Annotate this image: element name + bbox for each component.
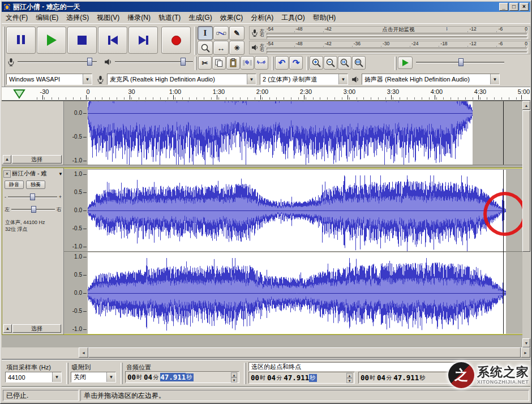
time-minutes[interactable]: 04 bbox=[144, 373, 152, 381]
selection-start-display[interactable]: 00时 04分 47.911秒 ▲▼ bbox=[248, 372, 355, 384]
spin-down-icon[interactable]: ▼ bbox=[231, 377, 237, 382]
tools-toolbar-grip[interactable] bbox=[194, 27, 196, 55]
track2-left-channel-waveform[interactable] bbox=[87, 170, 526, 251]
track2-select-button[interactable]: 选择 bbox=[12, 324, 61, 333]
draw-tool-button[interactable]: ✎ bbox=[229, 26, 244, 40]
silence-audio-button[interactable] bbox=[255, 56, 268, 70]
playback-volume-thumb[interactable] bbox=[181, 58, 186, 66]
playback-speed-thumb[interactable] bbox=[458, 58, 464, 66]
time-spinner[interactable]: ▲▼ bbox=[346, 373, 353, 383]
time-hours[interactable]: 00 bbox=[251, 373, 259, 382]
menu-item[interactable]: 选择(S) bbox=[62, 12, 93, 24]
spin-up-icon[interactable]: ▲ bbox=[231, 372, 237, 377]
time-seconds[interactable]: 47.911 bbox=[160, 373, 186, 381]
playback-speed-slider[interactable] bbox=[416, 57, 504, 68]
monitoring-hint[interactable]: 点击开始监视 bbox=[350, 27, 447, 32]
track1-select-button[interactable]: 选择 bbox=[12, 155, 62, 164]
track2-lower-vertical-ruler[interactable]: 1.00.50.0-0.5-1.0 bbox=[64, 252, 87, 334]
track2-mute-button[interactable]: 静音 bbox=[5, 180, 24, 189]
menu-item[interactable]: 编辑(E) bbox=[32, 12, 62, 24]
project-rate-select[interactable]: 44100 ▼ bbox=[5, 372, 62, 382]
track2-right-channel-waveform[interactable] bbox=[87, 252, 526, 334]
edit-toolbar-grip[interactable] bbox=[195, 57, 197, 70]
selection-range-dropdown[interactable]: 选区的起点和终点 ▼ bbox=[248, 362, 467, 371]
time-minutes[interactable]: 04 bbox=[377, 373, 385, 382]
menu-item[interactable]: 帮助(H) bbox=[309, 12, 340, 24]
track2-menu-arrow-icon[interactable]: ▼ bbox=[58, 171, 63, 177]
menu-item[interactable]: 播录(N) bbox=[123, 12, 155, 24]
close-button[interactable]: × bbox=[520, 3, 529, 11]
zoom-fit-button[interactable] bbox=[352, 56, 366, 70]
scroll-right-button[interactable]: ► bbox=[521, 347, 530, 358]
track1-vertical-ruler[interactable]: 0.0-0.5-1.0 bbox=[64, 101, 87, 165]
time-spinner[interactable]: ▲▼ bbox=[231, 372, 237, 382]
vertical-scrollbar[interactable]: ▲ ▼ bbox=[522, 101, 530, 347]
recording-meter[interactable]: 左右 -54-48-42-36-30-24-18-12-60 点击开始监视 bbox=[249, 26, 530, 40]
time-seconds[interactable]: 47.911 bbox=[393, 373, 419, 382]
audio-position-display[interactable]: 00时 04分 47.911秒 ▲▼ bbox=[125, 371, 239, 383]
menu-item[interactable]: 轨道(T) bbox=[155, 12, 185, 24]
scroll-left-button[interactable]: ◄ bbox=[79, 347, 88, 358]
stop-button[interactable] bbox=[67, 27, 97, 54]
dropdown-arrow-icon[interactable]: ▼ bbox=[106, 372, 115, 382]
recording-device-select[interactable]: 麦克风 (Realtek High Definition Audio) ▼ bbox=[107, 74, 256, 85]
zoom-out-button[interactable] bbox=[324, 56, 337, 70]
snap-to-select[interactable]: 关闭 ▼ bbox=[71, 372, 116, 382]
selection-tool-button[interactable]: I bbox=[198, 26, 213, 40]
skip-to-end-button[interactable] bbox=[128, 27, 158, 54]
copy-button[interactable] bbox=[212, 56, 226, 70]
track2-gain-thumb[interactable] bbox=[30, 194, 35, 200]
menu-item[interactable]: 分析(A) bbox=[247, 12, 277, 24]
track2-gain-slider[interactable] bbox=[8, 194, 57, 200]
zoom-in-button[interactable] bbox=[310, 56, 323, 70]
undo-button[interactable]: ↶ bbox=[275, 56, 289, 70]
speed-toolbar-grip[interactable] bbox=[394, 57, 397, 70]
track1-waveform[interactable] bbox=[87, 101, 526, 165]
play-button[interactable] bbox=[37, 27, 66, 54]
trim-audio-button[interactable] bbox=[241, 56, 254, 70]
track2-pan-slider[interactable] bbox=[11, 206, 55, 213]
menu-item[interactable]: 视图(V) bbox=[93, 12, 123, 24]
paste-button[interactable] bbox=[226, 56, 240, 70]
recording-channels-select[interactable]: 2 (立体声) 录制声道 ▼ bbox=[260, 74, 348, 85]
horizontal-scrollbar[interactable]: ◄ ► bbox=[2, 347, 530, 358]
zoom-tool-button[interactable] bbox=[198, 41, 213, 55]
toolbar-grip[interactable] bbox=[3, 27, 5, 79]
spin-down-icon[interactable]: ▼ bbox=[346, 378, 353, 383]
playback-device-select[interactable]: 扬声器 (Realtek High Definition Audio) ▼ bbox=[362, 74, 500, 85]
pause-button[interactable] bbox=[6, 27, 36, 54]
play-at-speed-button[interactable] bbox=[398, 57, 413, 69]
track2-upper-vertical-ruler[interactable]: 1.00.50.0-0.5-1.0 bbox=[64, 170, 87, 251]
skip-to-start-button[interactable] bbox=[98, 27, 127, 54]
track2-title[interactable]: 丽江小倩 - 难 bbox=[11, 170, 58, 178]
track2-pan-thumb[interactable] bbox=[31, 206, 36, 213]
dropdown-arrow-icon[interactable]: ▼ bbox=[83, 74, 92, 84]
maximize-button[interactable]: □ bbox=[509, 3, 518, 11]
dropdown-arrow-icon[interactable]: ▼ bbox=[338, 74, 347, 84]
record-button[interactable] bbox=[161, 27, 191, 54]
horizontal-scroll-thumb[interactable] bbox=[88, 347, 521, 358]
recording-volume-thumb[interactable] bbox=[87, 58, 92, 66]
zoom-selection-button[interactable] bbox=[338, 56, 351, 70]
recording-volume-slider[interactable] bbox=[18, 56, 97, 67]
track2-solo-button[interactable]: 独奏 bbox=[26, 180, 45, 189]
spin-up-icon[interactable]: ▲ bbox=[346, 373, 353, 378]
playback-meter[interactable]: 左右 -54-48-42-36-30-24-18-12-60 bbox=[249, 41, 530, 54]
redo-button[interactable]: ↷ bbox=[289, 56, 303, 70]
device-toolbar-grip[interactable] bbox=[3, 74, 5, 87]
time-minutes[interactable]: 04 bbox=[267, 373, 276, 382]
track2-control-panel[interactable]: × 丽江小倩 - 难 ▼ 静音 独奏 - + 左 右 立 bbox=[2, 168, 64, 334]
vertical-scroll-thumb[interactable] bbox=[522, 110, 530, 252]
timeshift-tool-button[interactable]: ↔ bbox=[213, 41, 229, 55]
audio-host-select[interactable]: Windows WASAPI ▼ bbox=[6, 74, 92, 85]
time-hours[interactable]: 00 bbox=[361, 373, 369, 382]
menu-item[interactable]: 工具(O) bbox=[277, 12, 308, 24]
minimize-button[interactable]: _ bbox=[499, 3, 508, 11]
envelope-tool-button[interactable] bbox=[213, 26, 229, 40]
time-seconds[interactable]: 47.911 bbox=[284, 373, 309, 382]
timeline-ruler[interactable]: -300301:001:302:002:303:003:304:004:305:… bbox=[2, 87, 530, 101]
track2-close-button[interactable]: × bbox=[3, 170, 11, 178]
menu-item[interactable]: 文件(F) bbox=[2, 12, 32, 24]
cut-button[interactable]: ✂ bbox=[198, 56, 212, 70]
menu-item[interactable]: 效果(C) bbox=[216, 12, 247, 24]
